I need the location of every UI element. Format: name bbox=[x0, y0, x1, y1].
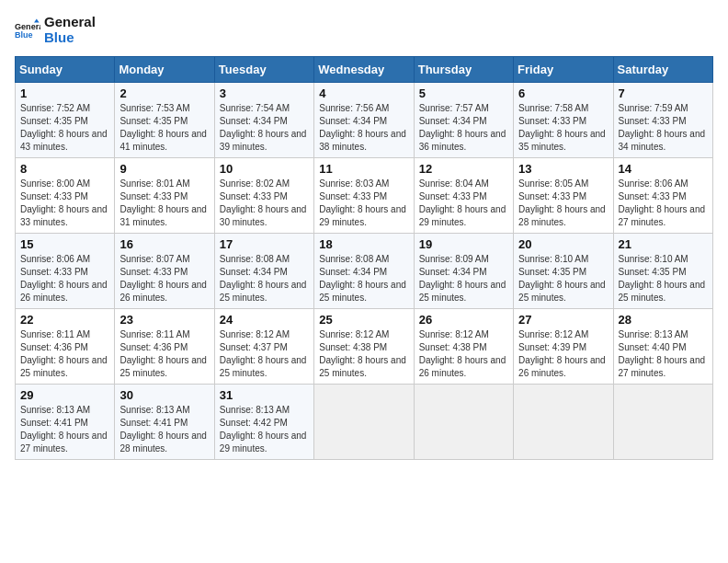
calendar-cell: 14 Sunrise: 8:06 AM Sunset: 4:33 PM Dayl… bbox=[613, 158, 712, 234]
logo-icon: General Blue bbox=[15, 17, 40, 43]
day-number: 11 bbox=[319, 162, 408, 176]
day-info: Sunrise: 8:13 AM Sunset: 4:41 PM Dayligh… bbox=[119, 404, 209, 455]
calendar-cell: 5 Sunrise: 7:57 AM Sunset: 4:34 PM Dayli… bbox=[414, 83, 513, 158]
day-number: 24 bbox=[220, 313, 309, 327]
calendar-cell: 21 Sunrise: 8:10 AM Sunset: 4:35 PM Dayl… bbox=[613, 234, 712, 309]
calendar-cell: 4 Sunrise: 7:56 AM Sunset: 4:34 PM Dayli… bbox=[314, 83, 414, 158]
day-info: Sunrise: 8:12 AM Sunset: 4:37 PM Dayligh… bbox=[220, 328, 309, 380]
calendar-cell bbox=[414, 385, 513, 460]
day-info: Sunrise: 8:08 AM Sunset: 4:34 PM Dayligh… bbox=[220, 253, 309, 304]
day-number: 30 bbox=[119, 388, 209, 402]
day-info: Sunrise: 7:58 AM Sunset: 4:33 PM Dayligh… bbox=[518, 102, 608, 154]
day-info: Sunrise: 8:10 AM Sunset: 4:35 PM Dayligh… bbox=[619, 253, 708, 304]
calendar-cell: 27 Sunrise: 8:12 AM Sunset: 4:39 PM Dayl… bbox=[514, 309, 613, 385]
calendar-cell: 25 Sunrise: 8:12 AM Sunset: 4:38 PM Dayl… bbox=[314, 309, 414, 385]
day-number: 12 bbox=[419, 162, 508, 176]
svg-text:General: General bbox=[15, 21, 40, 30]
calendar-cell: 23 Sunrise: 8:11 AM Sunset: 4:36 PM Dayl… bbox=[115, 309, 214, 385]
day-header-sunday: Sunday bbox=[16, 57, 115, 83]
calendar-week-row: 29 Sunrise: 8:13 AM Sunset: 4:41 PM Dayl… bbox=[16, 385, 713, 460]
calendar-cell bbox=[613, 385, 712, 460]
calendar-cell: 28 Sunrise: 8:13 AM Sunset: 4:40 PM Dayl… bbox=[613, 309, 712, 385]
calendar-cell: 11 Sunrise: 8:03 AM Sunset: 4:33 PM Dayl… bbox=[314, 158, 414, 234]
calendar-cell: 12 Sunrise: 8:04 AM Sunset: 4:33 PM Dayl… bbox=[414, 158, 513, 234]
day-number: 9 bbox=[119, 162, 209, 176]
calendar-cell bbox=[514, 385, 613, 460]
calendar-cell: 8 Sunrise: 8:00 AM Sunset: 4:33 PM Dayli… bbox=[16, 158, 115, 234]
day-info: Sunrise: 8:08 AM Sunset: 4:34 PM Dayligh… bbox=[319, 253, 408, 304]
day-info: Sunrise: 8:12 AM Sunset: 4:38 PM Dayligh… bbox=[419, 328, 508, 380]
calendar-week-row: 1 Sunrise: 7:52 AM Sunset: 4:35 PM Dayli… bbox=[16, 83, 713, 158]
day-info: Sunrise: 7:54 AM Sunset: 4:34 PM Dayligh… bbox=[220, 102, 309, 154]
day-info: Sunrise: 8:05 AM Sunset: 4:33 PM Dayligh… bbox=[518, 178, 608, 229]
day-number: 27 bbox=[518, 313, 608, 327]
calendar-cell: 15 Sunrise: 8:06 AM Sunset: 4:33 PM Dayl… bbox=[16, 234, 115, 309]
day-number: 1 bbox=[20, 86, 109, 100]
day-number: 4 bbox=[319, 86, 408, 100]
day-info: Sunrise: 8:13 AM Sunset: 4:42 PM Dayligh… bbox=[220, 404, 309, 455]
day-number: 2 bbox=[119, 86, 209, 100]
page-header: General Blue General Blue bbox=[15, 15, 713, 45]
day-number: 22 bbox=[20, 313, 109, 327]
calendar-cell: 20 Sunrise: 8:10 AM Sunset: 4:35 PM Dayl… bbox=[514, 234, 613, 309]
calendar-cell: 13 Sunrise: 8:05 AM Sunset: 4:33 PM Dayl… bbox=[514, 158, 613, 234]
day-info: Sunrise: 7:56 AM Sunset: 4:34 PM Dayligh… bbox=[319, 102, 408, 154]
day-number: 15 bbox=[20, 237, 109, 251]
day-number: 17 bbox=[220, 237, 309, 251]
day-number: 28 bbox=[619, 313, 708, 327]
calendar-cell: 29 Sunrise: 8:13 AM Sunset: 4:41 PM Dayl… bbox=[16, 385, 115, 460]
day-number: 26 bbox=[419, 313, 508, 327]
day-info: Sunrise: 8:10 AM Sunset: 4:35 PM Dayligh… bbox=[518, 253, 608, 304]
calendar-cell: 24 Sunrise: 8:12 AM Sunset: 4:37 PM Dayl… bbox=[214, 309, 313, 385]
day-number: 31 bbox=[220, 388, 309, 402]
day-info: Sunrise: 8:00 AM Sunset: 4:33 PM Dayligh… bbox=[20, 178, 109, 229]
svg-text:Blue: Blue bbox=[15, 30, 33, 40]
calendar-cell: 22 Sunrise: 8:11 AM Sunset: 4:36 PM Dayl… bbox=[16, 309, 115, 385]
calendar-cell: 16 Sunrise: 8:07 AM Sunset: 4:33 PM Dayl… bbox=[115, 234, 214, 309]
day-number: 8 bbox=[20, 162, 109, 176]
day-header-tuesday: Tuesday bbox=[214, 57, 313, 83]
day-number: 25 bbox=[319, 313, 408, 327]
calendar-cell: 31 Sunrise: 8:13 AM Sunset: 4:42 PM Dayl… bbox=[214, 385, 313, 460]
day-info: Sunrise: 7:59 AM Sunset: 4:33 PM Dayligh… bbox=[619, 102, 708, 154]
calendar-week-row: 8 Sunrise: 8:00 AM Sunset: 4:33 PM Dayli… bbox=[16, 158, 713, 234]
calendar-header-row: SundayMondayTuesdayWednesdayThursdayFrid… bbox=[16, 57, 713, 83]
day-info: Sunrise: 7:57 AM Sunset: 4:34 PM Dayligh… bbox=[419, 102, 508, 154]
day-header-wednesday: Wednesday bbox=[314, 57, 414, 83]
day-info: Sunrise: 8:11 AM Sunset: 4:36 PM Dayligh… bbox=[20, 328, 109, 380]
logo: General Blue General Blue bbox=[15, 15, 96, 45]
day-info: Sunrise: 8:09 AM Sunset: 4:34 PM Dayligh… bbox=[419, 253, 508, 304]
calendar-cell: 10 Sunrise: 8:02 AM Sunset: 4:33 PM Dayl… bbox=[214, 158, 313, 234]
calendar-cell: 7 Sunrise: 7:59 AM Sunset: 4:33 PM Dayli… bbox=[613, 83, 712, 158]
calendar-cell: 18 Sunrise: 8:08 AM Sunset: 4:34 PM Dayl… bbox=[314, 234, 414, 309]
day-number: 23 bbox=[119, 313, 209, 327]
day-number: 14 bbox=[619, 162, 708, 176]
day-header-monday: Monday bbox=[115, 57, 214, 83]
day-number: 3 bbox=[220, 86, 309, 100]
day-info: Sunrise: 8:01 AM Sunset: 4:33 PM Dayligh… bbox=[119, 178, 209, 229]
day-info: Sunrise: 8:06 AM Sunset: 4:33 PM Dayligh… bbox=[619, 178, 708, 229]
calendar-cell: 19 Sunrise: 8:09 AM Sunset: 4:34 PM Dayl… bbox=[414, 234, 513, 309]
day-number: 29 bbox=[20, 388, 109, 402]
day-info: Sunrise: 8:03 AM Sunset: 4:33 PM Dayligh… bbox=[319, 178, 408, 229]
day-header-friday: Friday bbox=[514, 57, 613, 83]
day-number: 20 bbox=[518, 237, 608, 251]
day-info: Sunrise: 7:52 AM Sunset: 4:35 PM Dayligh… bbox=[20, 102, 109, 154]
calendar-week-row: 15 Sunrise: 8:06 AM Sunset: 4:33 PM Dayl… bbox=[16, 234, 713, 309]
calendar-cell: 3 Sunrise: 7:54 AM Sunset: 4:34 PM Dayli… bbox=[214, 83, 313, 158]
day-info: Sunrise: 8:12 AM Sunset: 4:38 PM Dayligh… bbox=[319, 328, 408, 380]
calendar-cell bbox=[314, 385, 414, 460]
calendar-week-row: 22 Sunrise: 8:11 AM Sunset: 4:36 PM Dayl… bbox=[16, 309, 713, 385]
day-info: Sunrise: 8:04 AM Sunset: 4:33 PM Dayligh… bbox=[419, 178, 508, 229]
calendar-cell: 17 Sunrise: 8:08 AM Sunset: 4:34 PM Dayl… bbox=[214, 234, 313, 309]
day-header-saturday: Saturday bbox=[613, 57, 712, 83]
day-number: 16 bbox=[119, 237, 209, 251]
day-number: 6 bbox=[518, 86, 608, 100]
calendar-cell: 6 Sunrise: 7:58 AM Sunset: 4:33 PM Dayli… bbox=[514, 83, 613, 158]
calendar-cell: 26 Sunrise: 8:12 AM Sunset: 4:38 PM Dayl… bbox=[414, 309, 513, 385]
day-info: Sunrise: 8:13 AM Sunset: 4:41 PM Dayligh… bbox=[20, 404, 109, 455]
calendar-table: SundayMondayTuesdayWednesdayThursdayFrid… bbox=[15, 56, 713, 460]
day-number: 18 bbox=[319, 237, 408, 251]
calendar-cell: 1 Sunrise: 7:52 AM Sunset: 4:35 PM Dayli… bbox=[16, 83, 115, 158]
day-number: 7 bbox=[619, 86, 708, 100]
